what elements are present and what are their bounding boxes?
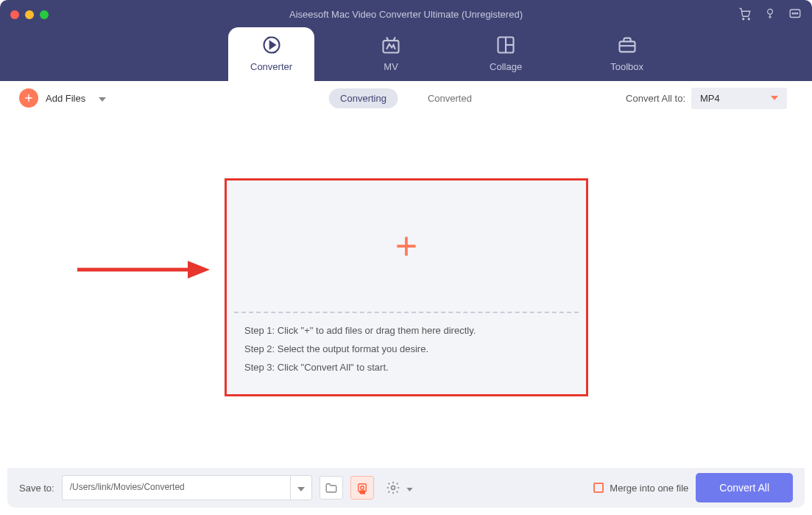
header-bar: Aiseesoft Mac Video Converter Ultimate (… bbox=[0, 0, 812, 81]
settings-button[interactable] bbox=[381, 476, 405, 500]
save-to-label: Save to: bbox=[19, 483, 54, 494]
step-text: Step 2: Select the output format you des… bbox=[244, 343, 568, 354]
svg-marker-18 bbox=[188, 261, 210, 278]
key-icon[interactable] bbox=[763, 7, 777, 21]
svg-point-1 bbox=[748, 18, 749, 20]
merge-label: Merge into one file bbox=[610, 483, 688, 494]
svg-point-2 bbox=[768, 9, 773, 14]
svg-point-4 bbox=[792, 13, 794, 15]
merge-checkbox[interactable]: Merge into one file bbox=[593, 483, 688, 494]
tab-label: Collage bbox=[490, 61, 522, 72]
tab-toolbox[interactable]: Toolbox bbox=[588, 27, 666, 81]
annotation-arrow bbox=[77, 259, 210, 284]
chevron-down-icon bbox=[771, 96, 778, 100]
collage-icon bbox=[495, 35, 516, 55]
status-tab-converting[interactable]: Converting bbox=[328, 88, 398, 108]
svg-point-0 bbox=[743, 18, 744, 20]
add-files-button[interactable]: Add Files bbox=[19, 88, 106, 108]
svg-point-21 bbox=[360, 486, 364, 490]
add-plus-icon[interactable]: + bbox=[395, 224, 417, 268]
svg-point-5 bbox=[794, 13, 796, 15]
svg-text:ON: ON bbox=[359, 491, 364, 494]
convert-all-to-label: Convert All to: bbox=[626, 93, 685, 104]
add-files-label: Add Files bbox=[46, 93, 85, 104]
tab-converter[interactable]: Converter bbox=[228, 27, 314, 81]
drop-zone[interactable]: + Step 1: Click "+" to add files or drag… bbox=[225, 178, 588, 396]
selected-format: MP4 bbox=[700, 93, 720, 104]
svg-marker-8 bbox=[269, 41, 275, 48]
feedback-icon[interactable] bbox=[788, 7, 802, 21]
svg-point-6 bbox=[797, 13, 798, 15]
chevron-down-icon[interactable] bbox=[406, 481, 413, 494]
status-tab-converted[interactable]: Converted bbox=[416, 88, 484, 108]
content-area: + Step 1: Click "+" to add files or drag… bbox=[7, 115, 805, 468]
plus-icon bbox=[19, 88, 38, 108]
tab-label: MV bbox=[384, 61, 398, 72]
tab-mv[interactable]: MV bbox=[359, 27, 423, 81]
app-title: Aiseesoft Mac Video Converter Ultimate (… bbox=[0, 9, 812, 20]
output-format-dropdown[interactable]: MP4 bbox=[691, 88, 787, 109]
tab-collage[interactable]: Collage bbox=[467, 27, 544, 81]
convert-all-button[interactable]: Convert All bbox=[696, 473, 793, 502]
footer-bar: Save to: /Users/link/Movies/Converted ON bbox=[7, 468, 805, 508]
tab-label: Converter bbox=[250, 61, 292, 72]
converter-icon bbox=[261, 35, 282, 55]
step-text: Step 1: Click "+" to add files or drag t… bbox=[244, 325, 568, 336]
svg-point-22 bbox=[391, 486, 395, 490]
svg-rect-13 bbox=[619, 41, 635, 52]
checkbox-icon bbox=[593, 483, 604, 493]
step-text: Step 3: Click "Convert All" to start. bbox=[244, 362, 568, 373]
gpu-accel-button[interactable]: ON bbox=[350, 476, 374, 500]
cart-icon[interactable] bbox=[738, 7, 752, 21]
open-folder-button[interactable] bbox=[319, 476, 343, 500]
save-path-field[interactable]: /Users/link/Movies/Converted bbox=[62, 475, 290, 500]
mv-icon bbox=[381, 35, 401, 55]
chevron-down-icon[interactable] bbox=[99, 91, 106, 105]
save-path-dropdown[interactable] bbox=[290, 475, 312, 500]
toolbox-icon bbox=[617, 35, 638, 55]
tab-label: Toolbox bbox=[610, 61, 643, 72]
toolbar: Add Files Converting Converted Convert A… bbox=[7, 81, 805, 115]
